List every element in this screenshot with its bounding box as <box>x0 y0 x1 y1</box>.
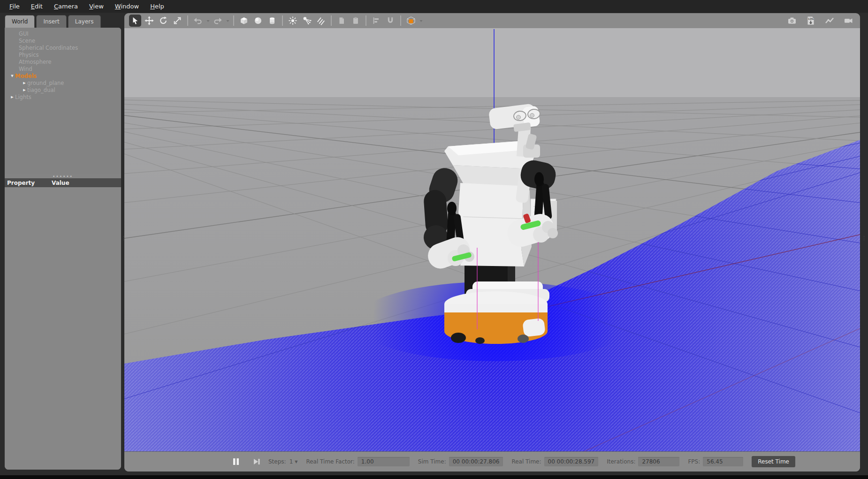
camera-icon <box>787 15 797 26</box>
select-tool-button[interactable] <box>129 15 141 27</box>
window-bottom-strip <box>0 475 868 479</box>
toolbar-separator <box>365 15 366 26</box>
magnet-snap-icon <box>386 16 395 25</box>
box-shape-icon <box>239 15 249 26</box>
real-time-label: Real Time: <box>511 458 541 465</box>
tree-item-tiago-dual[interactable]: ▶ tiago_dual <box>5 86 121 93</box>
base-wheel <box>451 333 466 343</box>
paste-button[interactable] <box>350 15 362 27</box>
redo-button[interactable] <box>212 15 224 27</box>
translate-tool-button[interactable] <box>143 15 155 27</box>
fps-label: FPS: <box>688 458 700 465</box>
insert-box-button[interactable] <box>238 15 250 27</box>
sim-time-field[interactable]: 00 00:00:27.806 <box>449 457 503 466</box>
tree-item-physics[interactable]: Physics <box>5 51 121 58</box>
video-camera-icon <box>843 15 853 26</box>
tree-item-ground-plane[interactable]: ▶ ground_plane <box>5 79 121 86</box>
tree-item-models[interactable]: ▼ Models <box>5 72 121 79</box>
toolbar-separator <box>331 15 332 26</box>
copy-button[interactable] <box>335 15 348 27</box>
cylinder-shape-icon <box>267 15 277 26</box>
menu-bar: File Edit Camera View Window Help <box>0 0 868 13</box>
view-angle-caret[interactable] <box>418 15 424 27</box>
tree-item-atmosphere[interactable]: Atmosphere <box>5 58 121 65</box>
insert-cylinder-button[interactable] <box>266 15 278 27</box>
real-time-factor-field[interactable]: 1.00 <box>358 457 410 466</box>
iterations-label: Iterations: <box>607 458 635 465</box>
tree-item-spherical-coordinates[interactable]: Spherical Coordinates <box>5 44 121 51</box>
toolbar-separator <box>282 15 283 26</box>
point-light-icon <box>288 16 297 25</box>
sim-time-label: Sim Time: <box>418 458 446 465</box>
rotate-icon <box>159 16 168 25</box>
panel-resize-handle[interactable]: ⋮ <box>121 237 124 240</box>
collapsed-arrow-icon[interactable]: ▶ <box>22 81 27 85</box>
step-forward-icon <box>253 458 260 465</box>
spot-light-button[interactable] <box>301 15 313 27</box>
menu-help[interactable]: Help <box>145 0 170 13</box>
tree-item-lights[interactable]: ▶ Lights <box>5 93 121 100</box>
collapsed-arrow-icon[interactable]: ▶ <box>22 88 27 92</box>
value-column: Value <box>52 180 69 186</box>
plot-button[interactable] <box>823 15 836 27</box>
toolbar-separator <box>187 15 188 26</box>
menu-view[interactable]: View <box>84 0 109 13</box>
world-panel: World Insert Layers GUI Scene Spherical … <box>5 15 121 472</box>
property-table-header: Property Value <box>5 178 121 187</box>
spot-light-icon <box>302 16 312 25</box>
real-time-field[interactable]: 00 00:00:28.597 <box>544 457 599 466</box>
property-column: Property <box>5 180 52 186</box>
tree-item-gui[interactable]: GUI <box>5 30 121 37</box>
menu-file[interactable]: File <box>4 0 25 13</box>
insert-sphere-button[interactable] <box>252 15 264 27</box>
sphere-shape-icon <box>253 15 263 26</box>
directional-light-button[interactable] <box>315 15 327 27</box>
align-button[interactable] <box>370 15 382 27</box>
scene-3d-view[interactable] <box>124 28 860 451</box>
real-time-factor-label: Real Time Factor: <box>306 458 354 465</box>
steps-caret-icon[interactable]: ▼ <box>295 460 297 464</box>
point-light-button[interactable] <box>287 15 299 27</box>
log-recorder-button[interactable]: LOG <box>805 15 817 27</box>
tree-item-wind[interactable]: Wind <box>5 65 121 72</box>
pause-icon <box>233 458 239 465</box>
steps-value: 1 <box>289 458 293 465</box>
tab-layers[interactable]: Layers <box>68 15 101 28</box>
svg-text:LOG: LOG <box>808 17 814 20</box>
screenshot-button[interactable] <box>786 15 798 27</box>
caret-down-icon <box>206 19 210 23</box>
move-icon <box>145 16 154 25</box>
menu-camera[interactable]: Camera <box>48 0 84 13</box>
record-video-button[interactable] <box>842 15 854 27</box>
line-chart-icon <box>824 15 835 26</box>
menu-edit[interactable]: Edit <box>25 0 48 13</box>
iterations-field[interactable]: 27806 <box>638 457 679 466</box>
expanded-arrow-icon[interactable]: ▼ <box>9 74 15 78</box>
panel-splitter[interactable]: •••••• <box>5 174 121 178</box>
redo-history-caret[interactable] <box>225 15 230 27</box>
fps-field[interactable]: 56.45 <box>703 457 743 466</box>
scale-tool-button[interactable] <box>171 15 183 27</box>
sky <box>124 28 860 97</box>
menu-window[interactable]: Window <box>109 0 145 13</box>
reset-time-button[interactable]: Reset Time <box>752 456 795 467</box>
undo-history-caret[interactable] <box>205 15 211 27</box>
undo-button[interactable] <box>192 15 204 27</box>
render-viewport: LOG <box>124 13 860 471</box>
pause-button[interactable] <box>230 456 242 467</box>
window-resize-handle[interactable]: ⋮ <box>861 237 864 240</box>
tab-insert[interactable]: Insert <box>36 15 66 28</box>
view-angle-button[interactable] <box>405 15 417 27</box>
collapsed-arrow-icon[interactable]: ▶ <box>9 95 15 99</box>
tab-world[interactable]: World <box>5 15 35 28</box>
steps-label: Steps: <box>268 458 286 465</box>
tree-item-scene[interactable]: Scene <box>5 37 121 44</box>
undo-icon <box>193 16 203 25</box>
property-table-body <box>5 187 121 470</box>
view-cube-icon <box>406 15 416 26</box>
snap-button[interactable] <box>384 15 396 27</box>
world-panel-body: GUI Scene Spherical Coordinates Physics … <box>5 28 121 470</box>
rotate-tool-button[interactable] <box>157 15 169 27</box>
step-button[interactable] <box>251 456 263 467</box>
viewport-toolbar: LOG <box>124 13 860 28</box>
